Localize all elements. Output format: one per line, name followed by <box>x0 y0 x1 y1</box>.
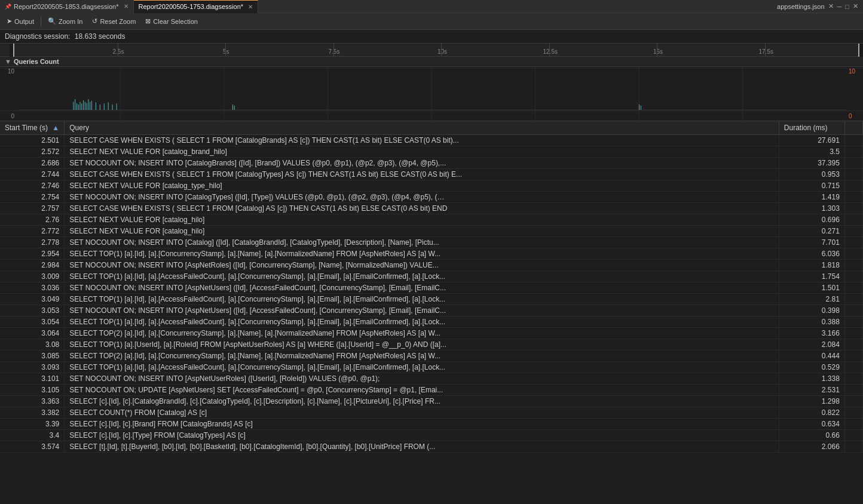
cell-query: SELECT NEXT VALUE FOR [catalog_hilo] <box>65 226 779 237</box>
table-row[interactable]: 2.76SELECT NEXT VALUE FOR [catalog_hilo]… <box>0 214 863 226</box>
ruler-line-4 <box>441 44 442 56</box>
cell-duration: 0.398 <box>779 305 844 316</box>
tab-1[interactable]: 📌 Report20200505-1853.diagsession* ✕ <box>0 0 134 13</box>
chart-y-axis-right: 10 0 <box>846 67 863 121</box>
cell-start-time: 2.501 <box>0 135 65 146</box>
table-row[interactable]: 2.754SET NOCOUNT ON; INSERT INTO [Catalo… <box>0 192 863 203</box>
zoom-in-button[interactable]: 🔍 Zoom In <box>44 15 87 28</box>
table-row[interactable]: 3.101SET NOCOUNT ON; INSERT INTO [AspNet… <box>0 373 863 385</box>
cell-start-time: 3.009 <box>0 271 65 282</box>
session-info-value: 18.633 seconds <box>75 32 126 41</box>
chart-section: ▼ Queries Count 10 0 <box>0 57 863 121</box>
pin-icon: 📌 <box>5 4 11 10</box>
cell-query: SELECT TOP(2) [a].[Id], [a].[Concurrency… <box>65 351 779 362</box>
cell-start-time: 3.064 <box>0 328 65 339</box>
cell-query: SELECT TOP(1) [a].[Id], [a].[AccessFaile… <box>65 294 779 305</box>
svg-rect-17 <box>88 99 88 110</box>
cell-duration: 0.822 <box>779 407 844 419</box>
cell-start-time: 3.053 <box>0 305 65 316</box>
window-minimize[interactable]: ─ <box>837 3 842 10</box>
cell-duration: 0.953 <box>779 169 844 180</box>
table-row[interactable]: 3.363SELECT [c].[Id], [c].[CatalogBrandI… <box>0 396 863 407</box>
table-row[interactable]: 2.744SELECT CASE WHEN EXISTS ( SELECT 1 … <box>0 169 863 180</box>
cell-duration: 2.81 <box>779 294 844 305</box>
table-row[interactable]: 3.085SELECT TOP(2) [a].[Id], [a].[Concur… <box>0 351 863 362</box>
table-row[interactable]: 3.105SET NOCOUNT ON; UPDATE [AspNetUsers… <box>0 385 863 396</box>
table-row[interactable]: 3.574SELECT [t].[Id], [t].[BuyerId], [b0… <box>0 441 863 453</box>
window-maximize[interactable]: □ <box>845 3 849 10</box>
table-row[interactable]: 2.501SELECT CASE WHEN EXISTS ( SELECT 1 … <box>0 135 863 146</box>
ruler-line-3 <box>333 44 334 56</box>
svg-rect-10 <box>76 103 77 110</box>
cell-duration: 7.701 <box>779 237 844 248</box>
ruler-line-1 <box>118 44 118 56</box>
cell-duration: 0.444 <box>779 351 844 362</box>
reset-zoom-button[interactable]: ↺ Reset Zoom <box>88 15 140 28</box>
tab-2-close[interactable]: ✕ <box>248 4 253 10</box>
cell-query: SELECT CASE WHEN EXISTS ( SELECT 1 FROM … <box>65 169 779 180</box>
table-row[interactable]: 3.036SET NOCOUNT ON; INSERT INTO [AspNet… <box>0 282 863 294</box>
table-row[interactable]: 3.08SELECT TOP(1) [a].[UserId], [a].[Rol… <box>0 339 863 351</box>
table-row[interactable]: 3.093SELECT TOP(1) [a].[Id], [a].[Access… <box>0 362 863 373</box>
table-row[interactable]: 3.049SELECT TOP(1) [a].[Id], [a].[Access… <box>0 294 863 305</box>
toolbar: ➤ Output 🔍 Zoom In ↺ Reset Zoom ⊠ Clear … <box>0 13 863 30</box>
main-layout: ➤ Output 🔍 Zoom In ↺ Reset Zoom ⊠ Clear … <box>0 13 863 504</box>
table-row[interactable]: 3.382SELECT COUNT(*) FROM [Catalog] AS [… <box>0 407 863 419</box>
cell-duration: 0.388 <box>779 316 844 328</box>
cell-extra <box>844 226 862 237</box>
cell-extra <box>844 351 862 362</box>
svg-rect-18 <box>90 102 90 110</box>
ruler-line-2 <box>225 44 226 56</box>
chart-collapse-icon[interactable]: ▼ <box>5 58 11 65</box>
tick-7-5s: 7.5s <box>329 48 340 55</box>
cell-duration: 2.066 <box>779 441 844 453</box>
table-row[interactable]: 2.984SET NOCOUNT ON; INSERT INTO [AspNet… <box>0 260 863 271</box>
col-duration-label: Duration (ms) <box>784 124 828 132</box>
tab-2-label: Report20200505-1753.diagsession* <box>139 3 244 10</box>
svg-rect-29 <box>641 106 641 110</box>
svg-rect-20 <box>96 102 96 110</box>
window-close[interactable]: ✕ <box>853 2 858 10</box>
tab-2[interactable]: Report20200505-1753.diagsession* ✕ <box>134 0 259 13</box>
table-row[interactable]: 2.778SET NOCOUNT ON; INSERT INTO [Catalo… <box>0 237 863 248</box>
cell-duration: 3.5 <box>779 146 844 158</box>
output-button[interactable]: ➤ Output <box>2 15 38 28</box>
table-row[interactable]: 2.686SET NOCOUNT ON; INSERT INTO [Catalo… <box>0 158 863 169</box>
chart-canvas[interactable] <box>17 67 846 121</box>
cell-duration: 0.66 <box>779 430 844 441</box>
cell-start-time: 3.382 <box>0 407 65 419</box>
clear-selection-button[interactable]: ⊠ Clear Selection <box>141 15 202 28</box>
table-row[interactable]: 2.746SELECT NEXT VALUE FOR [catalog_type… <box>0 180 863 192</box>
table-row[interactable]: 3.39SELECT [c].[Id], [c].[Brand] FROM [C… <box>0 419 863 430</box>
table-row[interactable]: 3.054SELECT TOP(1) [a].[Id], [a].[Access… <box>0 316 863 328</box>
table-row[interactable]: 3.064SELECT TOP(2) [a].[Id], [a].[Concur… <box>0 328 863 339</box>
table-row[interactable]: 2.572SELECT NEXT VALUE FOR [catalog_bran… <box>0 146 863 158</box>
col-header-duration: Duration (ms) <box>779 121 844 135</box>
cell-extra <box>844 282 862 294</box>
table-row[interactable]: 2.757SELECT CASE WHEN EXISTS ( SELECT 1 … <box>0 203 863 214</box>
table-row[interactable]: 2.954SELECT TOP(1) [a].[Id], [a].[Concur… <box>0 248 863 260</box>
cell-extra <box>844 214 862 226</box>
cell-start-time: 3.08 <box>0 339 65 351</box>
table-row[interactable]: 3.009SELECT TOP(1) [a].[Id], [a].[Access… <box>0 271 863 282</box>
table-row[interactable]: 3.053SET NOCOUNT ON; INSERT INTO [AspNet… <box>0 305 863 316</box>
svg-rect-28 <box>639 105 639 110</box>
data-table-container[interactable]: Start Time (s) ▲ Query Duration (ms) 2.5… <box>0 121 863 504</box>
cell-query: SET NOCOUNT ON; INSERT INTO [AspNetRoles… <box>65 260 779 271</box>
cell-duration: 0.696 <box>779 214 844 226</box>
table-row[interactable]: 3.4SELECT [c].[Id], [c].[Type] FROM [Cat… <box>0 430 863 441</box>
chart-svg <box>17 67 846 121</box>
cell-duration: 2.084 <box>779 339 844 351</box>
cell-extra <box>844 328 862 339</box>
cell-query: SELECT [c].[Id], [c].[Brand] FROM [Catal… <box>65 419 779 430</box>
right-tab-close[interactable]: ✕ <box>828 2 834 10</box>
svg-rect-12 <box>79 102 80 110</box>
cell-start-time: 3.39 <box>0 419 65 430</box>
table-row[interactable]: 2.772SELECT NEXT VALUE FOR [catalog_hilo… <box>0 226 863 237</box>
chart-y-min-left: 0 <box>2 113 14 119</box>
tick-15s: 15s <box>653 48 663 55</box>
col-header-start-time[interactable]: Start Time (s) ▲ <box>0 121 65 135</box>
cell-extra <box>844 158 862 169</box>
tab-1-close[interactable]: ✕ <box>124 3 128 10</box>
data-table: Start Time (s) ▲ Query Duration (ms) 2.5… <box>0 121 863 453</box>
